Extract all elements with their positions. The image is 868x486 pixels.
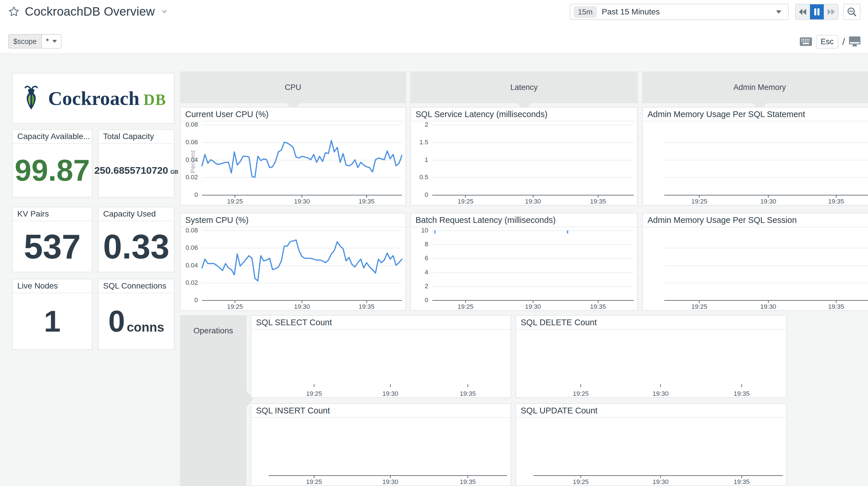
group-label: Operations [180, 326, 246, 335]
time-range-picker[interactable]: 15m Past 15 Minutes [570, 4, 789, 20]
stat-card-total-capacity[interactable]: Total Capacity 250.6855710720GB [98, 129, 175, 197]
stat-value: 0.33 [103, 230, 169, 264]
chart-plot-area[interactable]: 19:2519:3019:35 [643, 227, 868, 311]
stat-value: 0 [108, 306, 125, 336]
chart-plot-area[interactable]: 19:2519:3019:35 [516, 330, 786, 398]
chart-plot-area[interactable]: 19:2519:3019:35 [251, 330, 510, 398]
star-icon[interactable] [8, 6, 20, 17]
dashboard-grid: CockroachDB Capacity Available... 99.87 … [0, 54, 868, 486]
stat-title: Total Capacity [98, 130, 174, 144]
chart-current-user-cpu[interactable]: Current User CPU (%) 00.020.040.060.0819… [180, 107, 406, 205]
stat-value: 99.87 [15, 155, 90, 185]
stat-title: Live Nodes [13, 279, 92, 293]
dashboard-page: CockroachDB Overview 15m Past 15 Minutes [0, 0, 868, 486]
scope-variable-dropdown[interactable]: $scope * [8, 34, 62, 49]
chart-sql-select-count[interactable]: SQL SELECT Count 19:2519:3019:35 [251, 315, 511, 398]
title-chevron-down-icon[interactable] [160, 7, 169, 16]
chart-title: Batch Request Latency (milliseconds) [411, 213, 637, 227]
chart-title: SQL SELECT Count [251, 316, 510, 330]
scope-variable-name: $scope [9, 35, 42, 48]
chart-plot-area[interactable]: 00.020.040.060.0819:2519:3019:35Percent [181, 121, 405, 205]
zoom-out-button[interactable] [843, 4, 861, 20]
pause-icon [813, 8, 820, 16]
chart-batch-request-latency[interactable]: Batch Request Latency (milliseconds) 024… [410, 213, 638, 311]
template-variable-bar: $scope * [0, 30, 868, 54]
rewind-icon [798, 8, 807, 16]
chart-system-cpu[interactable]: System CPU (%) 00.020.040.060.0819:2519:… [180, 213, 406, 311]
chart-plot-area[interactable]: 19:2519:3019:35 [643, 121, 868, 205]
chart-title: System CPU (%) [181, 213, 405, 227]
page-title: CockroachDB Overview [25, 5, 155, 19]
chart-admin-memory-per-sql-statement[interactable]: Admin Memory Usage Per SQL Statement 19:… [642, 107, 868, 205]
cockroach-bug-icon [20, 85, 42, 112]
group-label: Latency [510, 83, 538, 92]
stat-card-sql-connections[interactable]: SQL Connections 0conns [98, 279, 175, 350]
fast-forward-button[interactable] [824, 4, 838, 19]
tv-mode-icon[interactable] [849, 36, 861, 47]
time-range-label: Past 15 Minutes [602, 7, 776, 17]
time-range-badge: 15m [574, 6, 597, 18]
group-label: CPU [285, 83, 301, 92]
chart-title: SQL Service Latency (milliseconds) [411, 108, 637, 121]
chart-plot-area[interactable]: 024681019:2519:3019:35 [411, 227, 637, 311]
top-bar: CockroachDB Overview 15m Past 15 Minutes [0, 0, 868, 30]
chart-sql-delete-count[interactable]: SQL DELETE Count 19:2519:3019:35 [516, 315, 787, 398]
cockroachdb-logo-card[interactable]: CockroachDB [12, 73, 175, 124]
stat-card-kv-pairs[interactable]: KV Pairs 537 [12, 207, 92, 273]
rewind-button[interactable] [796, 4, 810, 19]
chart-title: SQL DELETE Count [516, 316, 786, 330]
chart-title: Admin Memory Usage Per SQL Statement [643, 108, 868, 121]
zoom-out-icon [847, 7, 857, 17]
logo-wordmark: Cockroach [48, 87, 139, 109]
chart-plot-area[interactable]: 00.511.5219:2519:3019:35 [411, 121, 637, 205]
stat-card-capacity-available[interactable]: Capacity Available... 99.87 [12, 129, 92, 197]
esc-key-hint: Esc [816, 35, 838, 49]
chart-plot-area[interactable]: 19:2519:3019:35 [516, 418, 786, 486]
stat-title: SQL Connections [98, 279, 174, 293]
scope-variable-value: * [46, 37, 49, 46]
pause-button[interactable] [810, 4, 824, 19]
shortcut-hints: Esc / [800, 34, 861, 49]
chart-title: SQL UPDATE Count [516, 404, 786, 418]
dashboard-title-block: CockroachDB Overview [8, 5, 169, 19]
chart-title: SQL INSERT Count [251, 404, 510, 418]
slash-separator: / [842, 36, 845, 47]
stat-value: 1 [44, 306, 61, 336]
stat-value: 537 [24, 230, 81, 264]
chart-plot-area[interactable]: 00.020.040.060.0819:2519:3019:35 [181, 227, 405, 311]
chart-sql-service-latency[interactable]: SQL Service Latency (milliseconds) 00.51… [410, 107, 638, 205]
chart-plot-area[interactable]: 19:2519:3019:35 [251, 418, 510, 486]
chart-sql-update-count[interactable]: SQL UPDATE Count 19:2519:3019:35 [516, 403, 787, 486]
stat-unit: conns [127, 321, 164, 334]
stat-title: Capacity Available... [13, 130, 92, 144]
scope-caret-icon [52, 40, 57, 43]
chart-series-svg [202, 124, 402, 195]
stat-title: Capacity Used [98, 207, 174, 221]
fast-forward-icon [827, 8, 835, 16]
stat-unit: GB [170, 169, 178, 175]
group-header-admin-memory[interactable]: Admin Memory [642, 72, 868, 103]
chart-series-svg [432, 230, 634, 300]
group-label: Admin Memory [733, 83, 786, 92]
time-range-caret-icon [776, 10, 781, 13]
stat-card-live-nodes[interactable]: Live Nodes 1 [12, 279, 92, 350]
stat-card-capacity-used[interactable]: Capacity Used 0.33 [98, 207, 175, 273]
logo-suffix: DB [144, 91, 166, 108]
playback-controls [795, 4, 839, 20]
keyboard-icon[interactable] [800, 37, 812, 46]
chart-sql-insert-count[interactable]: SQL INSERT Count 19:2519:3019:35 [251, 403, 511, 486]
chart-title: Current User CPU (%) [181, 108, 405, 121]
stat-title: KV Pairs [13, 207, 92, 221]
chart-title: Admin Memory Usage Per SQL Session [643, 213, 868, 227]
stat-value: 250.6855710720 [94, 165, 168, 175]
group-header-cpu[interactable]: CPU [180, 72, 406, 103]
chart-admin-memory-per-sql-session[interactable]: Admin Memory Usage Per SQL Session 19:25… [642, 213, 868, 311]
group-header-operations[interactable]: Operations [180, 315, 246, 486]
chart-series-svg [202, 230, 402, 300]
group-header-latency[interactable]: Latency [410, 72, 638, 103]
